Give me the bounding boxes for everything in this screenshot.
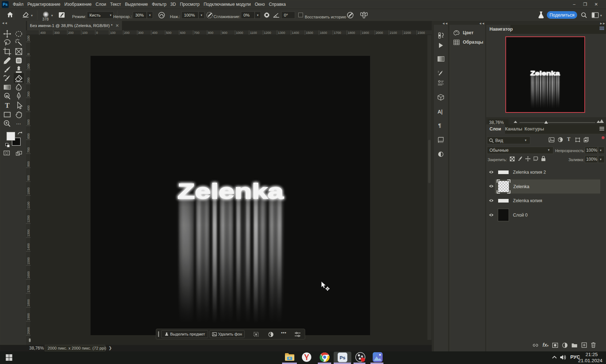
svg-text:800: 800 — [208, 31, 214, 35]
svg-text:500: 500 — [27, 119, 30, 125]
svg-text:1200: 1200 — [27, 216, 30, 223]
svg-text:1200: 1200 — [264, 31, 271, 35]
svg-text:400: 400 — [40, 31, 46, 35]
svg-text:800: 800 — [27, 161, 30, 167]
svg-text:1800: 1800 — [27, 299, 30, 306]
svg-text:1700: 1700 — [27, 285, 30, 292]
svg-text:1800: 1800 — [348, 31, 355, 35]
svg-text:1300: 1300 — [278, 31, 285, 35]
svg-text:900: 900 — [27, 175, 30, 181]
svg-text:300: 300 — [54, 31, 60, 35]
svg-text:100: 100 — [110, 31, 115, 35]
svg-text:600: 600 — [180, 31, 185, 35]
svg-text:Ps: Ps — [340, 355, 346, 360]
svg-text:1500: 1500 — [27, 257, 30, 265]
svg-text:300: 300 — [27, 92, 30, 97]
svg-text:100: 100 — [27, 36, 30, 41]
svg-text:400: 400 — [27, 105, 30, 111]
svg-text:1900: 1900 — [27, 313, 30, 320]
svg-text:1900: 1900 — [362, 31, 369, 35]
svg-text:2000: 2000 — [27, 327, 30, 334]
svg-text:1700: 1700 — [334, 31, 341, 35]
svg-text:500: 500 — [166, 31, 171, 35]
svg-text:2300: 2300 — [418, 31, 425, 35]
svg-text:200: 200 — [68, 31, 74, 35]
svg-text:600: 600 — [27, 133, 30, 139]
svg-text:0: 0 — [27, 53, 30, 55]
svg-text:900: 900 — [222, 31, 227, 35]
svg-text:2200: 2200 — [404, 31, 411, 35]
svg-text:1300: 1300 — [27, 229, 30, 236]
svg-text:400: 400 — [152, 31, 158, 35]
svg-text:1400: 1400 — [292, 31, 299, 35]
svg-text:1000: 1000 — [236, 31, 243, 35]
svg-text:2100: 2100 — [390, 31, 397, 35]
svg-text:1000: 1000 — [27, 187, 30, 195]
svg-text:1400: 1400 — [27, 243, 30, 250]
svg-text:100: 100 — [27, 63, 30, 69]
svg-text:0: 0 — [96, 31, 98, 35]
svg-text:2000: 2000 — [376, 31, 383, 35]
svg-text:200: 200 — [124, 31, 129, 35]
svg-text:1100: 1100 — [250, 31, 257, 35]
svg-text:1100: 1100 — [27, 202, 30, 209]
svg-text:1600: 1600 — [320, 31, 327, 35]
svg-text:100: 100 — [82, 31, 88, 35]
svg-text:700: 700 — [27, 147, 30, 153]
svg-text:1500: 1500 — [306, 31, 313, 35]
svg-text:300: 300 — [138, 31, 144, 35]
svg-text:200: 200 — [27, 77, 30, 83]
svg-text:700: 700 — [194, 31, 199, 35]
svg-text:1600: 1600 — [27, 271, 30, 279]
